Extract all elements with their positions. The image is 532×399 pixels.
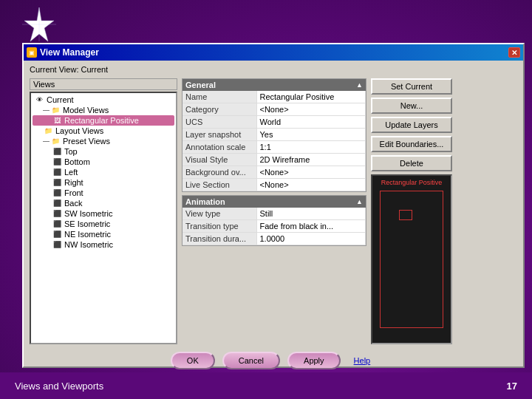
animation-collapse-icon[interactable]: ▲ [356,198,363,205]
tree-item-back[interactable]: ⬛ Back [33,198,174,208]
cube-icon-right: ⬛ [52,178,62,187]
animation-header: Animation ▲ [183,196,366,208]
prop-label-transition-type: Transition type [183,220,256,233]
views-tree[interactable]: 👁 Current — 📁 Model Views 🖼 Recta [30,92,177,344]
tree-item-top[interactable]: ⬛ Top [33,146,174,157]
prop-row-transition-type: Transition type Fade from black in... [183,220,366,233]
preview-rect-inner [399,210,412,220]
prop-value-transition-dura: 1.0000 [256,233,366,245]
tree-item-layout-views[interactable]: 📁 Layout Views [33,126,174,136]
tree-item-right[interactable]: ⬛ Right [33,177,174,188]
tree-label-front: Front [64,188,83,197]
prop-row-transition-dura: Transition dura... 1.0000 [183,233,366,245]
prop-row-visual-style: Visual Style 2D Wireframe [183,154,366,166]
prop-value-live-section: <None> [256,179,366,191]
views-panel: Views 👁 Current — 📁 Model Views [30,78,177,344]
tree-item-left[interactable]: ⬛ Left [33,167,174,177]
prop-row-name: Name Rectangular Positive [183,91,366,103]
general-section: General ▲ Name Rectangular Positive Cate… [182,78,366,192]
prop-value-ucs: World [256,116,366,129]
bottom-buttons: OK Cancel Apply Help [30,347,517,371]
prop-row-live-section: Live Section <None> [183,179,366,191]
expand-icon: — [43,106,50,114]
view-icon: 🖼 [52,116,62,125]
cancel-button[interactable]: Cancel [222,352,280,369]
eye-icon: 👁 [34,95,44,104]
prop-row-view-type: View type Still [183,208,366,220]
cube-icon-left: ⬛ [52,168,62,177]
views-group-label: Views [30,78,177,90]
tree-item-preset-views[interactable]: — 📁 Preset Views [33,136,174,146]
prop-label-background: Background ov... [183,166,256,179]
prop-row-layer-snapshot: Layer snapshot Yes [183,129,366,141]
expand-icon-2: — [43,137,50,145]
tree-item-se-iso[interactable]: ⬛ SE Isometric [33,219,174,229]
tree-label-model-views: Model Views [63,106,109,115]
star-icon [21,6,58,43]
folder-icon-2: 📁 [43,126,53,135]
app-icon: ▣ [27,47,37,58]
tree-label-preset-views: Preset Views [63,137,110,146]
tree-label-left: Left [64,168,78,177]
cube-icon-back: ⬛ [52,199,62,208]
prop-value-transition-type: Fade from black in... [256,220,366,233]
help-link[interactable]: Help [348,353,377,368]
tree-label-rect-positive: Rectangular Positive [64,116,139,125]
animation-table: View type Still Transition type Fade fro… [183,208,366,245]
cube-icon-top: ⬛ [52,147,62,156]
apply-button[interactable]: Apply [287,352,341,369]
prop-label-view-type: View type [183,208,256,220]
tree-label-back: Back [64,199,82,208]
prop-label-visual-style: Visual Style [183,154,256,166]
new-button[interactable]: New... [371,98,452,114]
prop-label-transition-dura: Transition dura... [183,233,256,245]
tree-item-front[interactable]: ⬛ Front [33,188,174,198]
tree-item-model-views[interactable]: — 📁 Model Views [33,105,174,115]
prop-label-category: Category [183,103,256,116]
cube-icon-front: ⬛ [52,188,62,197]
ok-button[interactable]: OK [171,352,215,369]
cube-icon-nw: ⬛ [52,240,62,249]
bottom-bar: Views and Viewports 17 [0,372,532,399]
prop-row-background: Background ov... <None> [183,166,366,179]
prop-value-layer-snapshot: Yes [256,129,366,141]
prop-label-live-section: Live Section [183,179,256,191]
cube-icon-sw: ⬛ [52,209,62,218]
tree-item-sw-iso[interactable]: ⬛ SW Isometric [33,208,174,219]
general-header-label: General [185,81,216,89]
animation-section: Animation ▲ View type Still Transition t… [182,195,366,246]
footer-page-number: 17 [507,381,517,392]
tree-item-ne-iso[interactable]: ⬛ NE Isometric [33,229,174,239]
tree-label-nw-iso: NW Isometric [64,240,113,249]
general-collapse-icon[interactable]: ▲ [356,81,363,89]
tree-label-current: Current [47,95,74,104]
update-layers-button[interactable]: Update Layers [371,117,452,133]
prop-value-annotation-scale: 1:1 [256,141,366,154]
edit-boundaries-button[interactable]: Edit Boundaries... [371,136,452,152]
prop-row-ucs: UCS World [183,116,366,129]
close-button[interactable]: ✕ [508,47,520,58]
properties-panel: General ▲ Name Rectangular Positive Cate… [182,78,366,344]
prop-label-ucs: UCS [183,116,256,129]
folder-icon-3: 📁 [50,137,61,146]
general-header: General ▲ [183,79,366,91]
prop-label-name: Name [183,91,256,103]
tree-item-rect-positive[interactable]: 🖼 Rectangular Positive [33,115,174,126]
delete-button[interactable]: Delete [371,155,452,171]
cube-icon-se: ⬛ [52,219,62,228]
prop-row-category: Category <None> [183,103,366,116]
prop-value-visual-style: 2D Wireframe [256,154,366,166]
tree-label-ne-iso: NE Isometric [64,230,111,239]
titlebar: ▣ View Manager ✕ [24,44,523,61]
preview-rect-outer [380,191,443,328]
tree-item-bottom[interactable]: ⬛ Bottom [33,157,174,167]
tree-item-current[interactable]: 👁 Current [33,95,174,105]
prop-value-background: <None> [256,166,366,179]
prop-row-annotation-scale: Annotation scale 1:1 [183,141,366,154]
general-table: Name Rectangular Positive Category <None… [183,91,366,191]
tree-label-se-iso: SE Isometric [64,219,110,228]
footer-text: Views and Viewports [15,381,103,392]
dialog-title: View Manager [40,47,99,58]
set-current-button[interactable]: Set Current [371,78,452,95]
tree-item-nw-iso[interactable]: ⬛ NW Isometric [33,239,174,250]
